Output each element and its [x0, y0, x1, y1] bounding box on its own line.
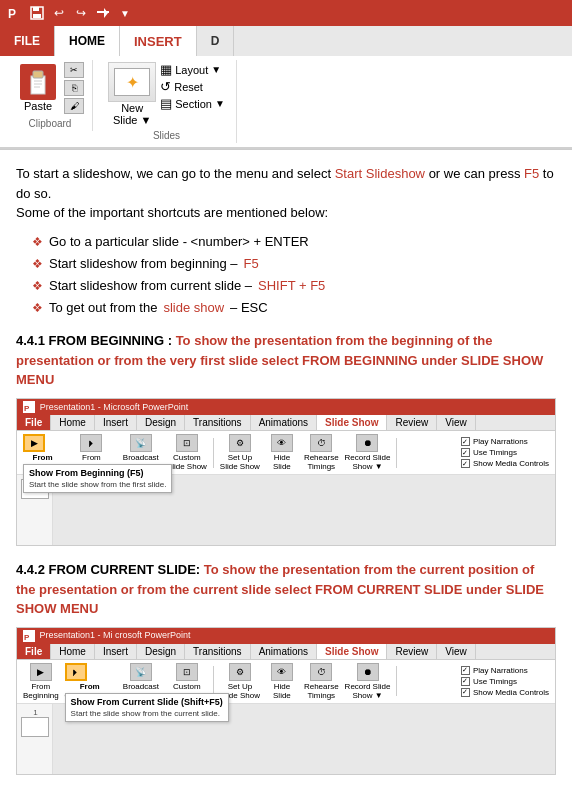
play-narrations-check-2[interactable]: ✓ — [461, 666, 470, 675]
customize-button[interactable] — [94, 4, 112, 22]
pp-title-bar-2: P Presentation1 - Mi crosoft PowerPoint — [17, 628, 555, 644]
tab-insert[interactable]: INSERT — [120, 26, 197, 56]
pp-tab-insert-2[interactable]: Insert — [95, 644, 137, 659]
screenshot-from-beginning: P Presentation1 - Microsoft PowerPoint F… — [16, 398, 556, 546]
new-slide-button[interactable]: ✦ New Slide ▼ — [108, 62, 156, 126]
hide-btn-1[interactable]: 👁 HideSlide — [266, 434, 298, 471]
tab-home[interactable]: HOME — [55, 26, 120, 56]
from-beginning-icon-1: ▶ — [23, 434, 45, 452]
ribbon-content: Paste ✂ ⎘ 🖌 Clipboard ✦ — [0, 56, 572, 149]
sep-1 — [213, 438, 214, 468]
pp-tab-home-1[interactable]: Home — [51, 415, 95, 430]
pp-tab-review-2[interactable]: Review — [387, 644, 437, 659]
pp-tab-review-1[interactable]: Review — [387, 415, 437, 430]
from-beginning-btn-2[interactable]: ▶ FromBeginning — [23, 663, 59, 700]
clipboard-secondary: ✂ ⎘ 🖌 — [64, 62, 84, 114]
cut-button[interactable]: ✂ — [64, 62, 84, 78]
from-beginning-btn-1[interactable]: ▶ FromBeginning Show From Beginning (F5)… — [23, 434, 62, 471]
pp-tab-transitions-1[interactable]: Transitions — [185, 415, 251, 430]
bullet-1: Go to a particular slide - <number> + EN… — [32, 233, 556, 251]
pp-tabs-row-1: File Home Insert Design Transitions Anim… — [17, 415, 555, 431]
rehearse-icon-2: ⏱ — [310, 663, 332, 681]
save-button[interactable] — [28, 4, 46, 22]
paste-button[interactable]: Paste — [16, 62, 60, 114]
section-button[interactable]: ▤ Section ▼ — [160, 96, 225, 111]
record-btn-1[interactable]: ⏺ Record SlideShow ▼ — [345, 434, 391, 471]
custom-icon-2: ⊡ — [176, 663, 198, 681]
reset-icon: ↺ — [160, 79, 171, 94]
use-timings-row-1[interactable]: ✓ Use Timings — [461, 448, 549, 457]
pp-tab-file-2[interactable]: File — [17, 644, 51, 659]
new-slide-label2: Slide ▼ — [113, 114, 151, 126]
intro-paragraph-1: To start a slideshow, we can go to the m… — [16, 164, 556, 223]
screenshot-from-current: P Presentation1 - Mi crosoft PowerPoint … — [16, 627, 556, 775]
rehearse-btn-2[interactable]: ⏱ RehearseTimings — [304, 663, 339, 700]
copy-button[interactable]: ⎘ — [64, 80, 84, 96]
pp-tab-slideshow-1[interactable]: Slide Show — [317, 415, 387, 430]
show-media-check-1[interactable]: ✓ — [461, 459, 470, 468]
pp-tab-animations-1[interactable]: Animations — [251, 415, 317, 430]
show-media-row-2[interactable]: ✓ Show Media Controls — [461, 688, 549, 697]
pp-tab-file-1[interactable]: File — [17, 415, 51, 430]
pp-tab-design-1[interactable]: Design — [137, 415, 185, 430]
redo-button[interactable]: ↪ — [72, 4, 90, 22]
pp-slide-thumb-2 — [21, 717, 49, 737]
paste-icon — [20, 64, 56, 100]
pp-ribbon-2: ▶ FromBeginning ⏵ FromCurrent Slide Show… — [17, 660, 555, 704]
pp-tab-home-2[interactable]: Home — [51, 644, 95, 659]
more-button[interactable]: ▼ — [116, 4, 134, 22]
use-timings-row-2[interactable]: ✓ Use Timings — [461, 677, 549, 686]
pp-title-bar-1: P Presentation1 - Microsoft PowerPoint — [17, 399, 555, 415]
ribbon-right-1: ✓ Play Narrations ✓ Use Timings ✓ Show M… — [461, 437, 549, 468]
tab-design[interactable]: D — [197, 26, 235, 56]
setup-btn-1[interactable]: ⚙ Set UpSlide Show — [220, 434, 260, 471]
clipboard-items: Paste ✂ ⎘ 🖌 — [16, 62, 84, 114]
show-media-row-1[interactable]: ✓ Show Media Controls — [461, 459, 549, 468]
bullet-2: Start slideshow from beginning – F5 — [32, 255, 556, 273]
broadcast-icon-2: 📡 — [130, 663, 152, 681]
ribbon-container: P ↩ ↪ ▼ FILE HOME INSERT — [0, 0, 572, 150]
main-content: To start a slideshow, we can go to the m… — [0, 150, 572, 791]
ribbon-right-2: ✓ Play Narrations ✓ Use Timings ✓ Show M… — [461, 666, 549, 697]
rehearse-btn-1[interactable]: ⏱ RehearseTimings — [304, 434, 339, 471]
from-current-btn-2[interactable]: ⏵ FromCurrent Slide Show From Current Sl… — [65, 663, 115, 700]
play-narrations-row-2[interactable]: ✓ Play Narrations — [461, 666, 549, 675]
svg-text:P: P — [8, 7, 16, 21]
pp-tab-view-1[interactable]: View — [437, 415, 476, 430]
pp-tab-insert-1[interactable]: Insert — [95, 415, 137, 430]
pp-tab-transitions-2[interactable]: Transitions — [185, 644, 251, 659]
layout-button[interactable]: ▦ Layout ▼ — [160, 62, 225, 77]
from-current-icon-2: ⏵ — [65, 663, 87, 681]
from-beginning-icon-2: ▶ — [30, 663, 52, 681]
pp-tab-design-2[interactable]: Design — [137, 644, 185, 659]
custom-icon-1: ⊡ — [176, 434, 198, 452]
format-painter-button[interactable]: 🖌 — [64, 98, 84, 114]
hide-icon-1: 👁 — [271, 434, 293, 452]
use-timings-check-1[interactable]: ✓ — [461, 448, 470, 457]
tab-file[interactable]: FILE — [0, 26, 55, 56]
svg-rect-7 — [31, 76, 45, 94]
clipboard-group: Paste ✂ ⎘ 🖌 Clipboard — [8, 60, 93, 131]
broadcast-icon-1: 📡 — [130, 434, 152, 452]
record-btn-2[interactable]: ⏺ Record SlideShow ▼ — [345, 663, 391, 700]
record-icon-2: ⏺ — [357, 663, 379, 681]
play-narrations-check-1[interactable]: ✓ — [461, 437, 470, 446]
tooltip-from-beginning: Show From Beginning (F5) Start the slide… — [23, 464, 172, 493]
bullet-4: To get out from the slide show – ESC — [32, 299, 556, 317]
sep-3 — [213, 666, 214, 696]
custom-btn-1[interactable]: ⊡ CustomSlide Show — [167, 434, 207, 471]
pp-tab-slideshow-2[interactable]: Slide Show — [317, 644, 387, 659]
setup-icon-1: ⚙ — [229, 434, 251, 452]
svg-rect-4 — [33, 14, 41, 18]
reset-button[interactable]: ↺ Reset — [160, 79, 225, 94]
hide-btn-2[interactable]: 👁 HideSlide — [266, 663, 298, 700]
use-timings-check-2[interactable]: ✓ — [461, 677, 470, 686]
undo-button[interactable]: ↩ — [50, 4, 68, 22]
show-media-check-2[interactable]: ✓ — [461, 688, 470, 697]
ribbon-tabs: FILE HOME INSERT D — [0, 26, 572, 56]
slide-options: ▦ Layout ▼ ↺ Reset ▤ Section ▼ — [160, 62, 225, 111]
sep-2 — [396, 438, 397, 468]
pp-tab-view-2[interactable]: View — [437, 644, 476, 659]
play-narrations-row-1[interactable]: ✓ Play Narrations — [461, 437, 549, 446]
pp-tab-animations-2[interactable]: Animations — [251, 644, 317, 659]
